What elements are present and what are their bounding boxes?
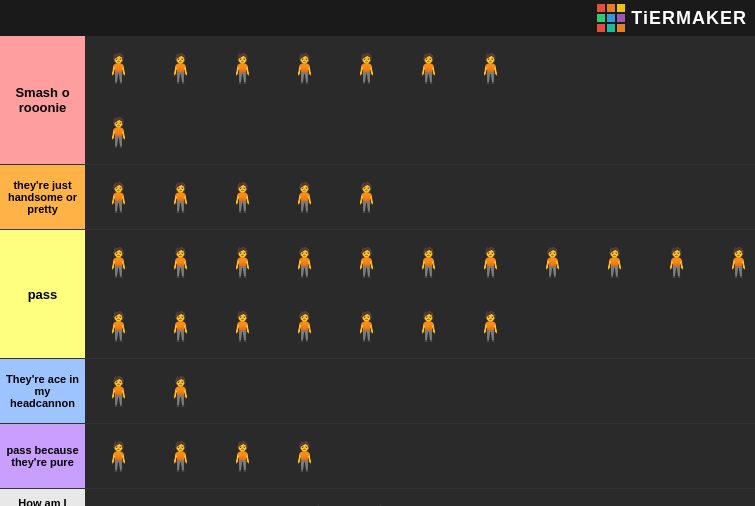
tier-label-smash: Smash o rooonie — [0, 36, 85, 164]
tier-label-pass: pass — [0, 230, 85, 358]
list-item: 🧍 — [212, 426, 272, 486]
tier-label-ace: They're ace in my headcannon — [0, 359, 85, 423]
list-item: 🧍 — [88, 426, 148, 486]
list-item: 🧍 — [212, 232, 272, 292]
tier-row-ace: They're ace in my headcannon 🧍 🧍 — [0, 359, 755, 424]
list-item: 🧍 — [212, 38, 272, 98]
smash-row-1: 🧍 🧍 🧍 🧍 🧍 🧍 🧍 — [85, 36, 755, 100]
list-item: 🧍 — [336, 167, 396, 227]
tier-label-pure: pass because they're pure — [0, 424, 85, 488]
list-item: 🧍 — [88, 102, 148, 162]
list-item: 🏗️ — [212, 491, 272, 506]
list-item: 🧍 — [274, 426, 334, 486]
list-item: 🧍 — [398, 296, 458, 356]
pass-row-1: 🧍 🧍 🧍 🧍 🧍 🧍 🧍 🧍 🧍 🧍 🧍 — [85, 230, 755, 294]
list-item: 🧍 — [150, 167, 210, 227]
pass-row-2: 🧍 🧍 🧍 🧍 🧍 🧍 🧍 — [85, 294, 755, 358]
list-item: 🧍 — [460, 38, 520, 98]
tier-row-pass: pass 🧍 🧍 🧍 🧍 🧍 🧍 🧍 🧍 🧍 🧍 🧍 🧍 🧍 🧍 🧍 — [0, 230, 755, 359]
ace-row-1: 🧍 🧍 — [85, 359, 213, 423]
logo-grid-icon — [597, 4, 625, 32]
list-item: 🧍 — [150, 426, 210, 486]
list-item: 🧍 — [460, 296, 520, 356]
list-item: 🏗️ — [398, 491, 458, 506]
handsome-row-1: 🧍 🧍 🧍 🧍 🧍 — [85, 165, 399, 229]
list-item: ✈️ — [274, 491, 334, 506]
tier-row-pure: pass because they're pure 🧍 🧍 🧍 🧍 — [0, 424, 755, 489]
list-item: 🧍 — [336, 38, 396, 98]
tier-row-smash: Smash o rooonie 🧍 🧍 🧍 🧍 🧍 🧍 🧍 🧍 — [0, 36, 755, 165]
tiermaker-logo: TiERMAKER — [597, 4, 747, 32]
list-item: 🧍 — [274, 167, 334, 227]
list-item: 🧍 — [460, 232, 520, 292]
list-item: 🧍 — [336, 232, 396, 292]
header: TiERMAKER — [0, 0, 755, 36]
tier-label-handsome: they're just handsome or pretty — [0, 165, 85, 229]
list-item: 🧍 — [522, 232, 582, 292]
logo-text: TiERMAKER — [631, 8, 747, 29]
list-item: 🧍 — [708, 232, 755, 292]
list-item: 🧍 — [88, 361, 148, 421]
tier-label-how: How am I suppose to smash em lmao — [0, 489, 85, 506]
list-item: 🧍 — [398, 232, 458, 292]
list-item: 🧍 — [398, 38, 458, 98]
list-item: 🧍 — [212, 296, 272, 356]
tier-list-container: TiERMAKER Smash o rooonie 🧍 🧍 🧍 🧍 🧍 🧍 🧍 … — [0, 0, 755, 506]
list-item: 🧍 — [584, 232, 644, 292]
list-item: 🧍 — [150, 232, 210, 292]
tier-row-handsome: they're just handsome or pretty 🧍 🧍 🧍 🧍 … — [0, 165, 755, 230]
how-row-1: 🏗️ 🏗️ 🏗️ ✈️ ✈️ 🏗️ — [85, 489, 461, 506]
list-item: 🧍 — [274, 296, 334, 356]
list-item: 🧍 — [88, 232, 148, 292]
list-item: 🧍 — [150, 296, 210, 356]
list-item: 🧍 — [88, 296, 148, 356]
list-item: 🏗️ — [88, 491, 148, 506]
list-item: 🧍 — [88, 38, 148, 98]
pure-row-1: 🧍 🧍 🧍 🧍 — [85, 424, 337, 488]
list-item: 🧍 — [212, 167, 272, 227]
list-item: 🏗️ — [150, 491, 210, 506]
list-item: 🧍 — [150, 361, 210, 421]
list-item: 🧍 — [646, 232, 706, 292]
list-item: 🧍 — [336, 296, 396, 356]
list-item: 🧍 — [88, 167, 148, 227]
list-item: ✈️ — [336, 491, 396, 506]
smash-row-2: 🧍 — [85, 100, 755, 164]
list-item: 🧍 — [274, 232, 334, 292]
tier-row-how: How am I suppose to smash em lmao 🏗️ 🏗️ … — [0, 489, 755, 506]
list-item: 🧍 — [150, 38, 210, 98]
list-item: 🧍 — [274, 38, 334, 98]
